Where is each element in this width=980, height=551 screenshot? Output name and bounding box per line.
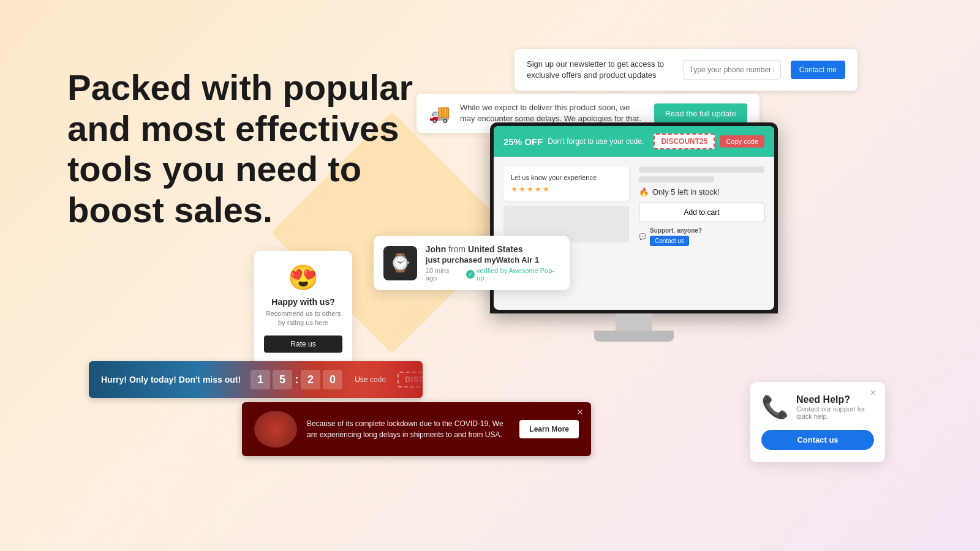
help-popup: ✕ 📞 Need Help? Contact our support for q…: [750, 382, 885, 462]
product-line-2: [639, 176, 714, 182]
support-mini: 💬 Support, anyone? Contact us: [639, 227, 764, 246]
add-to-cart-button[interactable]: Add to cart: [639, 203, 764, 222]
monitor-copy-button[interactable]: Copy code: [720, 135, 764, 148]
purchase-product-line: just purchased myWatch Air 1: [426, 255, 560, 264]
covid-bar: ✕ Because of its complete lockdown due t…: [242, 402, 591, 456]
rate-us-button[interactable]: Rate us: [264, 335, 342, 353]
hurry-text: Hurry! Only today! Don't miss out!: [101, 375, 241, 384]
countdown-discount-code: DISCOUNT25: [398, 372, 423, 388]
monitor-stand: [616, 313, 652, 331]
support-mini-button[interactable]: Contact us: [650, 236, 689, 246]
monitor-base: [594, 331, 674, 342]
stock-notice: 🔥 Only 5 left in stock!: [639, 187, 764, 197]
help-close-icon[interactable]: ✕: [870, 388, 876, 397]
purchaser-country: United States: [468, 244, 522, 254]
help-header: 📞 Need Help? Contact our support for qui…: [761, 394, 874, 420]
use-code-label: Use code:: [355, 375, 388, 384]
star-1: ★: [511, 185, 518, 193]
review-label: Let us know your experience: [511, 174, 622, 181]
digit-4: 0: [323, 370, 342, 389]
purchase-time: 10 mins ago: [426, 267, 462, 282]
colon-1: :: [295, 373, 298, 386]
purchase-product-name: myWatch Air 1: [484, 255, 539, 264]
product-line-1: [639, 167, 764, 173]
help-phone-icon: 📞: [761, 394, 789, 420]
monitor-dont-forget: Don't forgot to use your code.: [548, 137, 649, 146]
read-update-button[interactable]: Read the full update: [654, 103, 747, 124]
monitor-promo-bar: 25% OFF Don't forgot to use your code. D…: [494, 126, 774, 157]
star-rating: ★ ★ ★ ★ ★: [511, 185, 622, 193]
truck-icon: 🚚: [429, 103, 450, 124]
star-5: ★: [543, 185, 549, 193]
monitor-mockup: 25% OFF Don't forgot to use your code. D…: [490, 122, 778, 342]
happy-popup: 😍 Happy with us? Recommend us to others …: [254, 251, 352, 365]
covid-text: Because of its complete lockdown due to …: [307, 418, 510, 440]
stock-text: Only 5 left in stock!: [652, 187, 720, 197]
shipping-text: While we expect to deliver this product …: [460, 102, 644, 124]
contact-us-button[interactable]: Contact us: [761, 430, 874, 450]
monitor-discount-text: 25% OFF: [503, 137, 543, 147]
newsletter-button[interactable]: Contact me: [791, 61, 845, 79]
help-description: Contact our support for quick help.: [796, 405, 874, 420]
purchase-action: just purchased: [426, 255, 482, 264]
verified-badge: verified by Awesome Pop-up: [466, 267, 560, 282]
happy-emoji: 😍: [264, 263, 342, 292]
product-lines: [639, 167, 764, 182]
purchase-from: from: [448, 244, 468, 254]
happy-title: Happy with us?: [264, 297, 342, 307]
virus-image: [254, 411, 297, 448]
newsletter-input[interactable]: [683, 60, 781, 80]
support-mini-icon: 💬: [639, 233, 646, 240]
watch-image: ⌚: [383, 246, 417, 280]
review-box: Let us know your experience ★ ★ ★ ★ ★: [503, 167, 629, 201]
purchase-popup: ⌚ John from United States just purchased…: [374, 236, 570, 290]
digit-2: 5: [273, 370, 292, 389]
countdown-digits: 1 5 : 2 0: [251, 370, 342, 389]
purchaser-name: John: [426, 244, 446, 254]
purchase-meta: 10 mins ago verified by Awesome Pop-up: [426, 267, 560, 282]
happy-description: Recommend us to others by rating us here: [264, 309, 342, 328]
newsletter-bar: Sign up our newsletter to get access to …: [514, 49, 858, 91]
fire-icon: 🔥: [639, 187, 649, 197]
digit-3: 2: [301, 370, 320, 389]
purchase-heading: John from United States: [426, 244, 560, 254]
hero-section: Packed with popular and most effectives …: [67, 67, 423, 231]
monitor-code-box: DISCOUNT25: [654, 133, 715, 149]
hero-title: Packed with popular and most effectives …: [67, 67, 423, 231]
star-2: ★: [519, 185, 526, 193]
newsletter-text: Sign up our newsletter to get access to …: [527, 59, 673, 81]
covid-close-icon[interactable]: ✕: [576, 407, 584, 417]
monitor-right-panel: 🔥 Only 5 left in stock! Add to cart 💬 Su…: [639, 167, 764, 246]
monitor-left-panel: Let us know your experience ★ ★ ★ ★ ★: [503, 167, 629, 246]
support-mini-label: Support, anyone?: [650, 227, 702, 234]
help-title: Need Help?: [796, 394, 874, 405]
purchase-info: John from United States just purchased m…: [426, 244, 560, 282]
countdown-bar: Hurry! Only today! Don't miss out! 1 5 :…: [89, 361, 423, 398]
virus-illustration: [254, 411, 297, 448]
star-3: ★: [527, 185, 533, 193]
digit-1: 1: [251, 370, 270, 389]
star-4: ★: [535, 185, 541, 193]
learn-more-button[interactable]: Learn More: [519, 420, 579, 438]
help-title-block: Need Help? Contact our support for quick…: [796, 394, 874, 420]
